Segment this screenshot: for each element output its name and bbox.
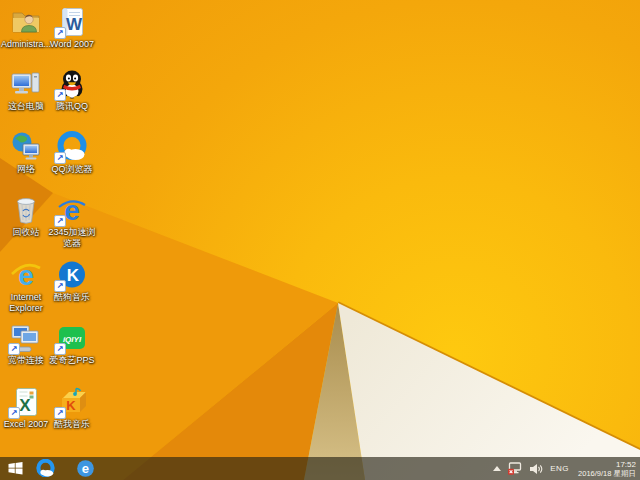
clock-time: 17:52 <box>616 460 636 469</box>
shortcut-arrow-icon: ↗ <box>54 89 66 101</box>
desktop-icon-internet-explorer[interactable]: e Internet Explorer <box>3 259 49 314</box>
desktop-icon-qq-browser[interactable]: ↗ QQ浏览器 <box>49 131 95 175</box>
desktop-icon-label: Word 2007 <box>47 39 97 50</box>
shortcut-arrow-icon: ↗ <box>8 343 20 355</box>
desktop-icon-label: 爱奇艺PPS <box>47 355 97 366</box>
excel-2007-icon: X ↗ <box>10 386 42 418</box>
clock-date: 2016/9/18 星期日 <box>578 469 636 478</box>
start-button[interactable] <box>0 457 30 480</box>
qq-penguin-icon: ↗ <box>56 68 88 100</box>
desktop-icon-label: 酷狗音乐 <box>47 292 97 303</box>
desktop-icon-recycle-bin[interactable]: 回收站 <box>3 194 49 238</box>
desktop-icon-label: Administra... <box>1 39 51 50</box>
taskbar: e ENG 17:52 2016/9/18 星期日 <box>0 457 640 480</box>
2345-browser-taskbar-icon: e <box>76 459 95 478</box>
desktop-icon-excel-2007[interactable]: X ↗ Excel 2007 <box>3 386 49 430</box>
show-hidden-icons-button[interactable] <box>493 466 501 471</box>
desktop-icon-kugou-music[interactable]: K ↗ 酷狗音乐 <box>49 259 95 303</box>
desktop-icon-broadband-connection[interactable]: ↗ 宽带连接 <box>3 322 49 366</box>
volume-icon[interactable] <box>529 463 543 475</box>
desktop-icon-tencent-qq[interactable]: ↗ 腾讯QQ <box>49 68 95 112</box>
2345-browser-icon: e ↗ <box>56 194 88 226</box>
desktop-icon-network[interactable]: 网络 <box>3 131 49 175</box>
windows-desktop: Administra... W ↗ Word 2007 这台电脑 <box>0 0 640 480</box>
svg-text:W: W <box>66 15 83 34</box>
desktop-icon-iqiyi-pps[interactable]: iQIYI ↗ 爱奇艺PPS <box>49 322 95 366</box>
this-pc-icon <box>10 68 42 100</box>
desktop-icon-administrator[interactable]: Administra... <box>3 6 49 50</box>
desktop-icon-label: 宽带连接 <box>1 355 51 366</box>
network-globe-icon <box>10 131 42 163</box>
shortcut-arrow-icon: ↗ <box>54 343 66 355</box>
qq-browser-icon: ↗ <box>56 131 88 163</box>
broadband-connection-icon: ↗ <box>10 322 42 354</box>
svg-text:K: K <box>67 266 80 285</box>
shortcut-arrow-icon: ↗ <box>54 407 66 419</box>
shortcut-arrow-icon: ↗ <box>54 27 66 39</box>
svg-text:e: e <box>64 195 80 226</box>
taskbar-qq-browser-button[interactable] <box>30 457 60 480</box>
qq-browser-taskbar-icon <box>36 459 55 478</box>
network-status-icon[interactable] <box>508 462 522 475</box>
desktop-icon-label: 2345加速浏览器 <box>47 227 97 249</box>
word-2007-icon: W ↗ <box>56 6 88 38</box>
desktop-icon-label: QQ浏览器 <box>47 164 97 175</box>
shortcut-arrow-icon: ↗ <box>54 152 66 164</box>
windows-logo-icon <box>7 461 24 476</box>
taskbar-left: e <box>0 457 100 480</box>
desktop-icon-label: Excel 2007 <box>1 419 51 430</box>
internet-explorer-icon: e <box>10 259 42 291</box>
desktop-icon-this-pc[interactable]: 这台电脑 <box>3 68 49 112</box>
svg-text:iQIYI: iQIYI <box>63 335 82 344</box>
desktop-icon-kuwo-music[interactable]: K ↗ 酷我音乐 <box>49 386 95 430</box>
desktop-icon-word-2007[interactable]: W ↗ Word 2007 <box>49 6 95 50</box>
desktop-icon-label: 网络 <box>1 164 51 175</box>
svg-text:K: K <box>66 398 76 413</box>
desktop-icon-label: 回收站 <box>1 227 51 238</box>
recycle-bin-icon <box>10 194 42 226</box>
shortcut-arrow-icon: ↗ <box>54 280 66 292</box>
svg-text:e: e <box>81 461 88 476</box>
taskbar-clock[interactable]: 17:52 2016/9/18 星期日 <box>576 460 636 478</box>
desktop-icon-label: 酷我音乐 <box>47 419 97 430</box>
shortcut-arrow-icon: ↗ <box>54 215 66 227</box>
desktop-icon-2345-browser[interactable]: e ↗ 2345加速浏览器 <box>49 194 95 249</box>
iqiyi-pps-icon: iQIYI ↗ <box>56 322 88 354</box>
system-tray: ENG 17:52 2016/9/18 星期日 <box>493 457 640 480</box>
kugou-music-icon: K ↗ <box>56 259 88 291</box>
taskbar-2345-browser-button[interactable]: e <box>70 457 100 480</box>
desktop-icon-label: Internet Explorer <box>1 292 51 314</box>
administrator-folder-icon <box>10 6 42 38</box>
desktop-icon-label: 腾讯QQ <box>47 101 97 112</box>
language-indicator[interactable]: ENG <box>550 464 569 473</box>
kuwo-music-icon: K ↗ <box>56 386 88 418</box>
shortcut-arrow-icon: ↗ <box>8 407 20 419</box>
desktop-icon-label: 这台电脑 <box>1 101 51 112</box>
svg-text:X: X <box>19 396 31 415</box>
